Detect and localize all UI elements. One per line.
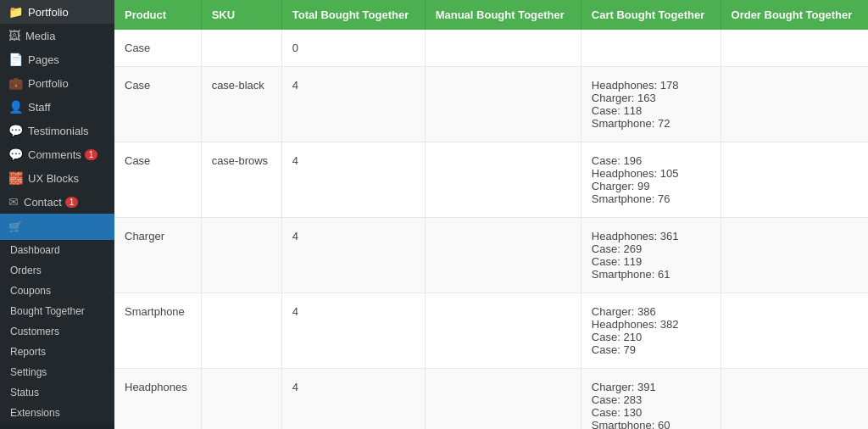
cell-order (721, 142, 868, 218)
col-header-manual-bought-together: Manual Bought Together (425, 0, 581, 30)
menu-label: Testimonials (28, 125, 89, 137)
menu-icon: 🖼 (8, 29, 20, 42)
woo-submenu-item-reports[interactable]: Reports (0, 342, 114, 362)
sidebar-item-portfolio[interactable]: 📁 Portfolio (0, 0, 114, 24)
cell-cart: Charger: 386 Headphones: 382 Case: 210 C… (581, 293, 721, 369)
cell-sku (201, 218, 281, 293)
cell-manual (425, 218, 581, 293)
cell-order (721, 293, 868, 369)
cell-cart: Case: 196 Headphones: 105 Charger: 99 Sm… (581, 142, 721, 218)
cell-manual (425, 142, 581, 218)
cell-order (721, 30, 868, 67)
menu-icon: 💬 (8, 148, 23, 161)
col-header-sku: SKU (201, 0, 281, 30)
cell-total: 4 (281, 293, 425, 369)
menu-label: Portfolio (28, 77, 69, 90)
woocommerce-section: 🛒 DashboardOrdersCouponsBought TogetherC… (0, 214, 114, 429)
woo-submenu-item-bought-together[interactable]: Bought Together (0, 301, 114, 321)
menu-label: Portfolio (28, 6, 69, 19)
table-body: Case0Casecase-black4Headphones: 178 Char… (114, 30, 868, 429)
cell-cart: Headphones: 361 Case: 269 Case: 119 Smar… (581, 218, 721, 293)
woo-submenu-item-bought-together-stats[interactable]: Bought Together Stats (0, 423, 114, 429)
cell-cart: Charger: 391 Case: 283 Case: 130 Smartph… (581, 369, 721, 430)
woo-submenu-item-dashboard[interactable]: Dashboard (0, 240, 114, 260)
cell-sku: case-brows (201, 142, 281, 218)
table-row: Casecase-black4Headphones: 178 Charger: … (114, 67, 868, 142)
menu-icon: 👤 (8, 100, 23, 114)
cell-manual (425, 67, 581, 142)
col-header-order-bought-together: Order Bought Together (721, 0, 868, 30)
sidebar: 📁 Portfolio🖼 Media📄 Pages💼 Portfolio👤 St… (0, 0, 114, 429)
cell-product: Smartphone (114, 293, 201, 369)
cell-cart: Headphones: 178 Charger: 163 Case: 118 S… (581, 67, 721, 142)
col-header-total-bought-together: Total Bought Together (281, 0, 425, 30)
sidebar-item-comments[interactable]: 💬 Comments1 (0, 142, 114, 166)
submenu-label: Customers (10, 326, 59, 337)
cell-sku (201, 293, 281, 369)
col-header-cart-bought-together: Cart Bought Together (581, 0, 721, 30)
woo-submenu-item-customers[interactable]: Customers (0, 321, 114, 342)
badge: 1 (85, 149, 98, 160)
table-row: Headphones4Charger: 391 Case: 283 Case: … (114, 369, 868, 430)
cell-product: Charger (114, 218, 201, 293)
sidebar-item-pages[interactable]: 📄 Pages (0, 47, 114, 71)
cell-manual (425, 369, 581, 430)
main-content: ProductSKUTotal Bought TogetherManual Bo… (114, 0, 868, 429)
menu-label: Comments (28, 148, 81, 161)
cell-product: Case (114, 142, 201, 218)
submenu-label: Status (10, 387, 39, 398)
cell-order (721, 369, 868, 430)
cell-product: Headphones (114, 369, 201, 430)
cell-total: 4 (281, 218, 425, 293)
woo-submenu-item-settings[interactable]: Settings (0, 362, 114, 382)
menu-icon: 📁 (8, 5, 23, 19)
submenu-label: Orders (10, 265, 42, 276)
woo-submenu-item-orders[interactable]: Orders (0, 260, 114, 281)
submenu-label: Reports (10, 346, 46, 358)
woocommerce-header[interactable]: 🛒 (0, 214, 114, 240)
cell-product: Case (114, 67, 201, 142)
sidebar-item-contact[interactable]: ✉ Contact1 (0, 190, 114, 214)
menu-label: Media (25, 30, 55, 42)
sidebar-item-testimonials[interactable]: 💬 Testimonials (0, 119, 114, 142)
table-header: ProductSKUTotal Bought TogetherManual Bo… (114, 0, 868, 30)
cell-product: Case (114, 30, 201, 67)
cell-total: 4 (281, 142, 425, 218)
table-row: Case0 (114, 30, 868, 67)
cell-manual (425, 293, 581, 369)
menu-icon: 🧱 (8, 171, 23, 185)
menu-icon: 💬 (8, 124, 23, 137)
cell-sku (201, 30, 281, 67)
cell-sku (201, 369, 281, 430)
woo-submenu-item-extensions[interactable]: Extensions (0, 403, 114, 423)
badge: 1 (65, 197, 79, 208)
sidebar-item-ux-blocks[interactable]: 🧱 UX Blocks (0, 166, 114, 190)
cell-total: 4 (281, 369, 425, 430)
table-row: Casecase-brows4Case: 196 Headphones: 105… (114, 142, 868, 218)
cell-cart (581, 30, 721, 67)
cell-total: 4 (281, 67, 425, 142)
menu-label: UX Blocks (28, 172, 79, 185)
cell-order (721, 67, 868, 142)
menu-icon: ✉ (8, 195, 19, 209)
submenu-label: Bought Together (10, 305, 85, 317)
sidebar-item-staff[interactable]: 👤 Staff (0, 95, 114, 119)
stats-table: ProductSKUTotal Bought TogetherManual Bo… (114, 0, 868, 429)
sidebar-item-media[interactable]: 🖼 Media (0, 24, 114, 47)
submenu-label: Settings (10, 366, 47, 378)
woo-submenu: DashboardOrdersCouponsBought TogetherCus… (0, 240, 114, 429)
sidebar-item-portfolio[interactable]: 💼 Portfolio (0, 71, 114, 95)
top-menu: 📁 Portfolio🖼 Media📄 Pages💼 Portfolio👤 St… (0, 0, 114, 214)
cell-order (721, 218, 868, 293)
submenu-label: Coupons (10, 285, 51, 297)
menu-icon: 💼 (8, 76, 23, 90)
menu-icon: 📄 (8, 53, 23, 66)
table-row: Charger4Headphones: 361 Case: 269 Case: … (114, 218, 868, 293)
submenu-label: Dashboard (10, 244, 60, 256)
submenu-label: Extensions (10, 407, 60, 419)
menu-label: Contact (24, 196, 62, 209)
menu-label: Staff (28, 101, 51, 114)
woo-submenu-item-coupons[interactable]: Coupons (0, 281, 114, 301)
woo-submenu-item-status[interactable]: Status (0, 382, 114, 403)
menu-label: Pages (28, 53, 59, 66)
